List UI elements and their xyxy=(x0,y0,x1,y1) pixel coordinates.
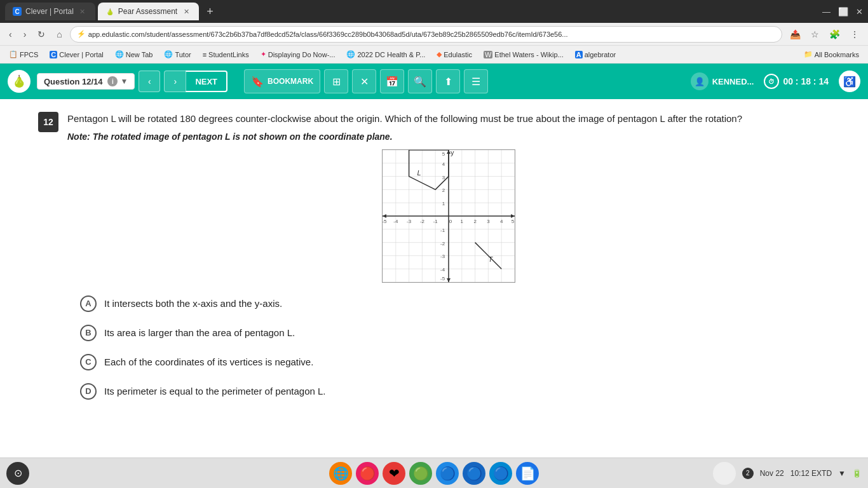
extensions-button[interactable]: 🧩 xyxy=(825,27,844,42)
bookmark-algebrator[interactable]: A algebrator xyxy=(571,50,620,60)
bookmark-clever-label: Clever | Portal xyxy=(59,51,104,58)
bookmark-newtab[interactable]: 🌐 New Tab xyxy=(111,49,157,60)
bookmark-donow[interactable]: ✦ Displaying Do Now-... xyxy=(257,49,339,60)
reload-button[interactable]: ↻ xyxy=(34,27,49,42)
taskbar-app2[interactable]: 🔴 xyxy=(356,462,379,485)
star-button[interactable]: ☆ xyxy=(807,27,823,42)
svg-text:2: 2 xyxy=(442,187,445,193)
graph-container: x y 0 1 2 3 4 5 -1 -2 -3 -4 -5 xyxy=(67,149,830,283)
bookmark-newtab-label: New Tab xyxy=(126,51,153,58)
bookmark-clever-icon: C xyxy=(50,51,57,58)
tab-pear[interactable]: 🍐 Pear Assessment ✕ xyxy=(98,3,199,20)
svg-text:-5: -5 xyxy=(440,276,445,281)
svg-text:-2: -2 xyxy=(440,240,445,246)
bookmark-studentlinks[interactable]: ≡ StudentLinks xyxy=(199,50,253,60)
forward-button[interactable]: › xyxy=(20,27,31,42)
nav-bar: ‹ › ↻ ⌂ ⚡ app.edulastic.com/student/asse… xyxy=(0,23,868,46)
question-label: Question 12/14 i ▼ xyxy=(37,73,135,90)
taskbar-zoom-icon: 🔵 xyxy=(466,466,482,481)
svg-text:-4: -4 xyxy=(393,218,398,224)
taskbar-app3-icon: ❤ xyxy=(389,466,400,481)
cast-button[interactable]: 📤 xyxy=(786,27,804,42)
svg-text:4: 4 xyxy=(442,161,445,166)
svg-text:3: 3 xyxy=(442,174,445,180)
taskbar-apps: 🌐 🔴 ❤ 🟢 🔵 🔵 🔵 📄 xyxy=(329,462,539,485)
coordinate-graph: x y 0 1 2 3 4 5 -1 -2 -3 -4 -5 xyxy=(382,149,515,283)
svg-text:5: 5 xyxy=(442,151,445,156)
taskbar-app4-icon: 🟢 xyxy=(413,466,429,481)
answer-circle-d: D xyxy=(80,383,97,400)
question-note: Note: The rotated image of pentagon L is… xyxy=(67,132,830,142)
calendar-button[interactable]: 📅 xyxy=(380,69,404,93)
bookmark-tutor-label: Tutor xyxy=(175,51,191,58)
bookmark-donow-label: Displaying Do Now-... xyxy=(268,51,336,58)
accessibility-button[interactable]: ♿ xyxy=(839,71,860,92)
taskbar-app4[interactable]: 🟢 xyxy=(409,462,432,485)
maximize-button[interactable]: ⬜ xyxy=(838,7,848,17)
minimize-button[interactable]: — xyxy=(822,7,831,17)
bookmark-health[interactable]: 🌐 2022 DC Health & P... xyxy=(342,49,429,60)
tab-pear-close[interactable]: ✕ xyxy=(181,6,191,17)
svg-text:1: 1 xyxy=(461,218,464,224)
bookmark-ethel[interactable]: W Ethel Waters - Wikip... xyxy=(480,50,567,60)
bookmark-health-icon: 🌐 xyxy=(346,50,355,58)
bookmark-edulastic[interactable]: ◆ Edulastic xyxy=(433,49,476,60)
taskbar-app7[interactable]: 🔵 xyxy=(489,462,512,485)
back-button[interactable]: ‹ xyxy=(5,27,16,42)
menu-button[interactable]: ⋮ xyxy=(846,27,863,42)
grid-button[interactable]: ⊞ xyxy=(324,69,348,93)
bookmark-tutor[interactable]: 🌐 Tutor xyxy=(160,49,194,60)
prev-question-button[interactable]: ‹ xyxy=(139,71,160,92)
taskbar-app3[interactable]: ❤ xyxy=(383,462,405,485)
svg-text:-1: -1 xyxy=(440,227,445,233)
start-button[interactable]: ⊙ xyxy=(6,462,29,485)
dropdown-arrow[interactable]: ▼ xyxy=(120,77,128,86)
answer-item-a[interactable]: A It intersects both the x-axis and the … xyxy=(80,295,830,312)
taskbar-files-icon: 🔵 xyxy=(440,466,456,481)
timer-label: 00 : 18 : 14 xyxy=(783,76,829,86)
bookmark-all[interactable]: 📁 All Bookmarks xyxy=(800,49,863,60)
answer-circle-c: C xyxy=(80,354,97,370)
taskbar-chrome[interactable]: 🌐 xyxy=(329,462,352,485)
question-number: 12 xyxy=(38,112,58,132)
question-block: 12 Pentagon L will be rotated 180 degree… xyxy=(38,112,830,400)
search-button[interactable]: 🔍 xyxy=(408,69,432,93)
svg-text:0: 0 xyxy=(449,218,452,224)
upload-button[interactable]: ⬆ xyxy=(436,69,460,93)
tab-clever[interactable]: C Clever | Portal ✕ xyxy=(5,3,95,20)
next-arrow-button[interactable]: › xyxy=(164,71,186,92)
main-content: 12 Pentagon L will be rotated 180 degree… xyxy=(0,99,868,458)
answer-item-b[interactable]: B Its area is larger than the area of pe… xyxy=(80,325,830,341)
answer-choices: A It intersects both the x-axis and the … xyxy=(67,295,830,400)
browser-chrome: C Clever | Portal ✕ 🍐 Pear Assessment ✕ … xyxy=(0,0,868,64)
bookmark-tutor-icon: 🌐 xyxy=(164,50,173,58)
tab-clever-close[interactable]: ✕ xyxy=(78,6,88,17)
nav-actions: 📤 ☆ 🧩 ⋮ xyxy=(786,27,863,42)
tab-clever-label: Clever | Portal xyxy=(25,7,74,16)
answer-text-a: It intersects both the x-axis and the y-… xyxy=(104,298,282,309)
address-bar[interactable]: ⚡ app.edulastic.com/student/assessment/6… xyxy=(70,26,782,43)
timer: ⏱ 00 : 18 : 14 xyxy=(764,74,829,89)
close-button[interactable]: ✕ xyxy=(856,7,863,17)
next-label: NEXT xyxy=(195,77,217,86)
taskbar-files[interactable]: 🔵 xyxy=(436,462,459,485)
next-button[interactable]: NEXT xyxy=(186,71,227,92)
svg-text:-1: -1 xyxy=(433,218,438,224)
info-icon[interactable]: i xyxy=(107,76,118,86)
taskbar-zoom[interactable]: 🔵 xyxy=(463,462,485,485)
taskbar-profile[interactable] xyxy=(713,462,736,485)
answer-item-c[interactable]: C Each of the coordinates of its vertice… xyxy=(80,354,830,370)
answer-text-d: Its perimeter is equal to the perimeter … xyxy=(104,386,326,396)
home-button[interactable]: ⌂ xyxy=(53,27,65,42)
new-tab-button[interactable]: + xyxy=(201,5,219,18)
next-button-group: › NEXT xyxy=(164,71,227,92)
bookmark-button[interactable]: 🔖 BOOKMARK xyxy=(244,69,320,93)
bookmark-fpcs[interactable]: 📋 FPCS xyxy=(5,49,42,60)
close-button-header[interactable]: ✕ xyxy=(352,69,376,93)
bookmark-label: BOOKMARK xyxy=(268,77,313,86)
taskbar-docs[interactable]: 📄 xyxy=(516,462,539,485)
menu-header-button[interactable]: ☰ xyxy=(464,69,488,93)
bookmark-clever[interactable]: C Clever | Portal xyxy=(46,50,107,60)
answer-item-d[interactable]: D Its perimeter is equal to the perimete… xyxy=(80,383,830,400)
taskbar-date: Nov 22 xyxy=(760,469,784,478)
